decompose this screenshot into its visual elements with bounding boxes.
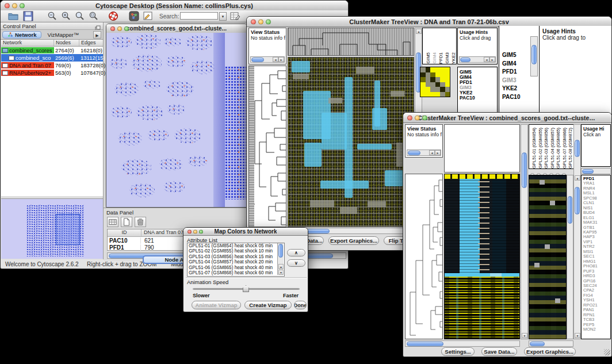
move-up-button[interactable]: ∧	[287, 249, 305, 256]
tv2-zoom-heatmap[interactable]	[529, 175, 567, 339]
tv1-row-dendrogram[interactable]	[248, 66, 286, 227]
array-column-label[interactable]: GPL51-08 (GSM872)	[568, 128, 573, 168]
export-graphics-button[interactable]: Export Graphics...	[328, 236, 379, 245]
fragment-vscrollbar[interactable]	[530, 36, 538, 76]
help-lifesaver-icon[interactable]	[108, 10, 119, 22]
array-column-label[interactable]: GPL51-04 (GSM857)	[550, 128, 556, 168]
array-column-label[interactable]: GPL51-06 (GSM865)	[556, 128, 561, 168]
gene-label[interactable]: YKE2	[502, 85, 539, 93]
tv1-global-heatmap[interactable]	[288, 57, 414, 227]
tab-more-button[interactable]: ▶	[93, 31, 101, 39]
scroll-right-icon[interactable]: ►	[489, 57, 495, 62]
network-view-titlebar[interactable]: combined_scores_good.txt--cluste...	[106, 24, 247, 33]
close-button[interactable]	[5, 3, 10, 8]
zoom-column-label[interactable]: GIM3	[445, 52, 450, 64]
tv2-vscrollbar[interactable]: ▼	[521, 124, 528, 339]
scroll-down-icon[interactable]: ▼	[278, 270, 284, 275]
network-row[interactable]: combined_scores 2764(0) 16218(0)	[1, 47, 103, 54]
col-edges[interactable]: Edges	[79, 40, 102, 46]
float-panel-icon[interactable]	[95, 23, 101, 29]
save-session-button[interactable]	[22, 10, 34, 22]
scroll-right-icon[interactable]: ►	[435, 150, 441, 155]
minimize-button[interactable]	[258, 19, 263, 24]
scroll-left-icon[interactable]: ◄	[429, 150, 435, 155]
scrollbar-thumb[interactable]	[575, 140, 580, 157]
network-row[interactable]: RNAPuberNov2+ 563(0) 107847(0)	[1, 69, 103, 76]
network-canvas[interactable]	[106, 33, 247, 208]
tv2-column-dendrogram-area[interactable]	[444, 124, 520, 173]
scroll-down-icon[interactable]: ▼	[575, 333, 580, 338]
move-down-button[interactable]: ∨	[287, 259, 305, 267]
zoom-in-icon[interactable]	[60, 10, 72, 22]
zoom-button[interactable]	[422, 115, 427, 120]
attribute-item[interactable]: GPL51-03 (GSM856) heat shock 15 min	[188, 254, 284, 259]
attribute-item[interactable]: GPL51-04 (GSM857) heat shock 20 min	[188, 259, 284, 265]
col-nodes[interactable]: Nodes	[54, 40, 79, 46]
overview-viewport-rect[interactable]	[56, 214, 80, 245]
tv2-zoom-vscrollbar[interactable]	[567, 175, 573, 339]
attribute-table-icon[interactable]	[107, 217, 118, 227]
tv2-hints-scrollbar[interactable]	[581, 168, 611, 174]
zoom-button[interactable]	[266, 19, 271, 24]
zoom-selected-icon[interactable]	[88, 10, 100, 22]
close-button[interactable]	[188, 229, 192, 233]
close-button[interactable]	[407, 115, 412, 120]
scroll-left-icon[interactable]: ◄	[484, 57, 489, 62]
col-id[interactable]: ID	[108, 229, 141, 236]
done-button[interactable]: Done	[294, 301, 307, 309]
new-attribute-icon[interactable]	[121, 217, 132, 227]
scrollbar-thumb[interactable]	[278, 244, 283, 258]
array-column-label[interactable]: GPL51-02 (GSM855)	[538, 128, 544, 168]
zoom-button[interactable]	[20, 3, 25, 8]
network-overview-panel[interactable]	[1, 198, 103, 259]
table-edit-icon[interactable]	[230, 10, 241, 22]
attribute-listbox[interactable]: GPL51-01 (GSM854) heat shock 05 minGPL51…	[187, 243, 285, 277]
scroll-right-icon[interactable]: ►	[278, 57, 284, 62]
zoom-matrix[interactable]	[420, 67, 450, 97]
tv1-status-scrollbar[interactable]: ◄ ►	[250, 56, 285, 63]
main-titlebar[interactable]: Cytoscape Desktop (Session Name: collins…	[1, 1, 348, 11]
minimize-button[interactable]	[415, 115, 420, 120]
vizmapper-toolbar-icon[interactable]	[128, 10, 140, 22]
scroll-up-icon[interactable]: ▲	[575, 175, 580, 181]
scrollbar-thumb[interactable]	[530, 342, 545, 346]
search-dropdown-arrow[interactable]: ▼	[219, 12, 227, 21]
open-session-button[interactable]	[7, 10, 19, 22]
delete-attribute-trash-icon[interactable]	[135, 217, 146, 227]
minimize-button[interactable]	[193, 229, 197, 233]
scrollbar-thumb[interactable]	[251, 58, 264, 62]
array-column-label[interactable]: GPL51-01 (GSM854)	[532, 128, 537, 168]
zoom-fit-icon[interactable]	[74, 10, 86, 22]
zoom-button[interactable]	[124, 26, 129, 31]
tab-vizmapper[interactable]: VizMapper™	[43, 31, 83, 39]
array-column-label[interactable]: GPL51-03 (GSM856)	[544, 128, 549, 168]
gene-label[interactable]: PAC10	[502, 93, 539, 102]
minimize-button[interactable]	[12, 3, 17, 8]
scrollbar-thumb[interactable]	[460, 58, 471, 62]
scrollbar-thumb[interactable]	[522, 152, 527, 188]
array-column-label[interactable]: GPL51-07 (GSM868)	[563, 128, 568, 168]
zoom-column-label[interactable]: GIM4	[432, 52, 437, 64]
attribute-item[interactable]: GPL51-06 (GSM865) heat shock 40 min	[188, 265, 284, 270]
scrollbar-thumb[interactable]	[575, 187, 580, 214]
attribute-item[interactable]: GPL51-02 (GSM855) heat shock 10 min	[188, 248, 284, 254]
tv2-labels-vscrollbar[interactable]: ▲ ▼	[573, 124, 581, 339]
close-button[interactable]	[110, 26, 115, 31]
settings-button[interactable]: Settings...	[441, 347, 475, 356]
col-network[interactable]: Network	[1, 40, 54, 46]
zoom-out-icon[interactable]	[47, 10, 58, 22]
treeview2-titlebar[interactable]: ClusterMaker TreeView : combined_scores_…	[403, 113, 611, 123]
attribute-item[interactable]: GPL51-01 (GSM854) heat shock 05 min	[188, 243, 284, 248]
scroll-up-icon[interactable]: ▲	[416, 29, 422, 34]
close-button[interactable]	[251, 19, 256, 24]
scrollbar-thumb[interactable]	[582, 169, 594, 174]
dialog-titlebar[interactable]: Map Colors to Network	[183, 228, 308, 236]
network-row[interactable]: combined_sco 2569(6) 13112(15)	[1, 54, 103, 62]
tv2-row-dendrogram[interactable]	[405, 174, 443, 339]
tab-network[interactable]: Network	[2, 31, 41, 39]
scrollbar-thumb[interactable]	[531, 45, 537, 64]
zoom-row-label[interactable]: PAC10	[460, 95, 497, 101]
attribute-item[interactable]: GPL51-07 (GSM868) heat shock 60 min	[188, 270, 284, 275]
slider-thumb[interactable]	[243, 285, 249, 292]
scrollbar-thumb[interactable]	[568, 196, 572, 224]
